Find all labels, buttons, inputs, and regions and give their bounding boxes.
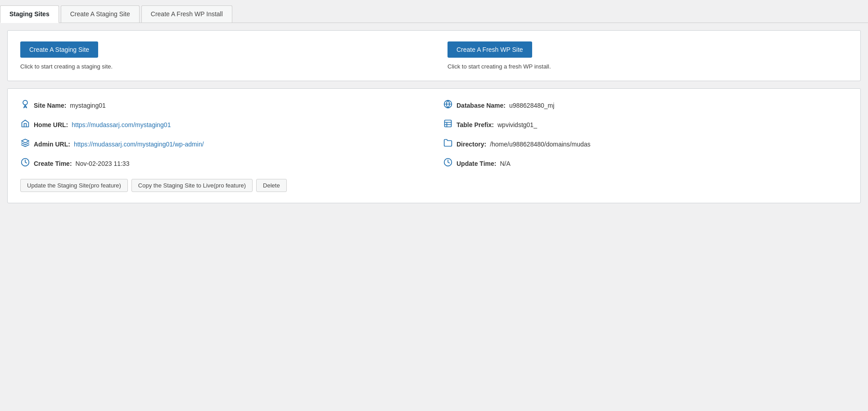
tab-create-staging[interactable]: Create A Staging Site xyxy=(61,5,140,23)
directory-label: Directory: xyxy=(457,141,486,148)
update-staging-button[interactable]: Update the Staging Site(pro feature) xyxy=(20,179,128,192)
info-col-left: Site Name: mystaging01 Home URL: https:/… xyxy=(20,100,425,192)
info-card-inner: Site Name: mystaging01 Home URL: https:/… xyxy=(20,100,848,192)
home-icon xyxy=(20,119,30,130)
create-fresh-button[interactable]: Create A Fresh WP Site xyxy=(448,41,532,58)
directory-row: Directory: /home/u988628480/domains/muda… xyxy=(443,138,848,150)
create-time-label: Create Time: xyxy=(34,160,72,167)
svg-point-0 xyxy=(23,100,27,105)
globe-icon xyxy=(443,100,453,111)
tab-create-fresh[interactable]: Create A Fresh WP Install xyxy=(141,5,232,23)
database-name-value: u988628480_mj xyxy=(509,102,554,109)
create-staging-section: Create A Staging Site Click to start cre… xyxy=(20,41,420,70)
site-name-value: mystaging01 xyxy=(70,102,105,109)
create-fresh-section: Create A Fresh WP Site Click to start cr… xyxy=(448,41,848,70)
create-fresh-description: Click to start creating a fresh WP insta… xyxy=(448,63,848,70)
database-name-row: Database Name: u988628480_mj xyxy=(443,100,848,111)
database-name-label: Database Name: xyxy=(457,102,506,109)
update-time-label: Update Time: xyxy=(457,160,496,167)
create-staging-button[interactable]: Create A Staging Site xyxy=(20,41,98,58)
create-staging-description: Click to start creating a staging site. xyxy=(20,63,420,70)
page-content: Create A Staging Site Click to start cre… xyxy=(0,23,868,218)
home-url-row: Home URL: https://mudassarj.com/mystagin… xyxy=(20,119,425,130)
admin-url-label: Admin URL: xyxy=(34,141,70,148)
admin-url-row: Admin URL: https://mudassarj.com/mystagi… xyxy=(20,138,425,150)
table-prefix-label: Table Prefix: xyxy=(457,121,494,128)
home-url-link[interactable]: https://mudassarj.com/mystaging01 xyxy=(72,121,171,128)
table-icon xyxy=(443,119,453,130)
admin-url-link[interactable]: https://mudassarj.com/mystaging01/wp-adm… xyxy=(74,141,204,148)
site-name-label: Site Name: xyxy=(34,102,66,109)
tabs-bar: Staging Sites Create A Staging Site Crea… xyxy=(0,0,868,23)
home-url-label: Home URL: xyxy=(34,121,68,128)
create-time-value: Nov-02-2023 11:33 xyxy=(76,160,130,167)
update-time-value: N/A xyxy=(500,160,510,167)
clock-icon-right xyxy=(443,158,453,169)
ribbon-icon xyxy=(20,100,30,111)
admin-icon xyxy=(20,138,30,150)
table-prefix-row: Table Prefix: wpvividstg01_ xyxy=(443,119,848,130)
tab-staging-sites[interactable]: Staging Sites xyxy=(0,5,59,23)
info-col-right: Database Name: u988628480_mj Table Prefi… xyxy=(443,100,848,192)
clock-icon-left xyxy=(20,158,30,169)
copy-to-live-button[interactable]: Copy the Staging Site to Live(pro featur… xyxy=(131,179,253,192)
site-name-row: Site Name: mystaging01 xyxy=(20,100,425,111)
svg-rect-4 xyxy=(445,120,452,127)
directory-value: /home/u988628480/domains/mudas xyxy=(490,141,590,148)
delete-button[interactable]: Delete xyxy=(256,179,287,192)
site-info-card: Site Name: mystaging01 Home URL: https:/… xyxy=(7,88,861,203)
table-prefix-value: wpvividstg01_ xyxy=(497,121,537,128)
action-buttons-row: Update the Staging Site(pro feature) Cop… xyxy=(20,179,425,192)
update-time-row: Update Time: N/A xyxy=(443,158,848,169)
create-time-row: Create Time: Nov-02-2023 11:33 xyxy=(20,158,425,169)
folder-icon xyxy=(443,138,453,150)
action-card: Create A Staging Site Click to start cre… xyxy=(7,30,861,81)
